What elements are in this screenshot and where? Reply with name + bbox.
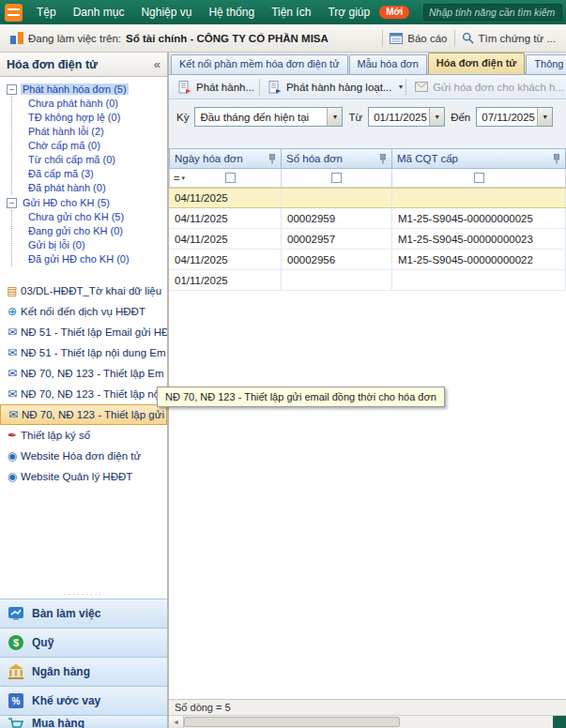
invoice-tree: − Phát hành hóa đơn (5) Chưa phát hành (… (0, 77, 167, 266)
grid-cell-cqt[interactable] (392, 270, 566, 290)
tree-item[interactable]: TĐ không hợp lệ (0) (28, 111, 167, 125)
feature-search-input[interactable] (423, 4, 562, 21)
grid-cell-number[interactable]: 00002957 (282, 229, 392, 249)
grid-cell-number[interactable] (282, 270, 392, 290)
filter-checkbox[interactable] (474, 173, 484, 183)
tree-item-phat-hanh[interactable]: − Phát hành hóa đơn (5) (7, 82, 167, 97)
grid-cell-date[interactable]: 01/11/2025 (169, 270, 282, 290)
pin-icon[interactable] (268, 154, 276, 164)
grid-cell-cqt[interactable]: M1-25-S9045-00000000022 (392, 250, 566, 269)
calendar-dropdown-icon[interactable]: ▼ (429, 108, 444, 126)
nav-item-mua-hang[interactable]: Mua hàng (0, 715, 167, 728)
tree-item-gui-hd[interactable]: − Gửi HĐ cho KH (5) (7, 195, 167, 210)
grid-row[interactable]: 01/11/2025 (169, 270, 566, 291)
grid-cell-date[interactable]: 04/11/2025 (169, 208, 282, 228)
tree-item[interactable]: Phát hành lỗi (2) (28, 125, 167, 139)
to-label: Đến (451, 112, 470, 123)
misa-logo-icon[interactable] (5, 4, 23, 22)
grid-cell-cqt[interactable]: M1-25-S9045-00000000023 (392, 229, 566, 249)
grid-row[interactable]: 04/11/2025 00002956 M1-25-S9045-00000000… (169, 250, 566, 270)
menu-he-thong[interactable]: Hệ thống (200, 0, 263, 24)
column-header-so-hoa-don[interactable]: Số hóa đơn (282, 148, 392, 169)
grid-cell-cqt[interactable]: M1-25-S9045-00000000025 (392, 208, 566, 228)
grid-cell-cqt[interactable] (392, 189, 566, 207)
dropdown-arrow-icon[interactable]: ▼ (327, 108, 342, 126)
operator-dropdown-icon[interactable]: ▾ (181, 174, 185, 182)
grid-cell-number[interactable] (282, 189, 392, 207)
grid-cell-date[interactable]: 04/11/2025 (169, 189, 282, 207)
tree-item[interactable]: Chưa gửi cho KH (5) (28, 210, 167, 224)
report-button[interactable]: Báo cáo (383, 28, 453, 49)
nav-item-khe-uoc-vay[interactable]: % Khế ước vay (0, 686, 167, 715)
invoice-toolbar: Phát hành... Phát hành hàng loạt... ▼ Gử… (169, 75, 566, 99)
working-on-selector[interactable]: Đang làm việc trên: Sổ tài chính - CÔNG … (4, 28, 335, 49)
grid-row[interactable]: 04/11/2025 (169, 188, 566, 208)
tree-item[interactable]: Đã phát hành (0) (28, 181, 167, 195)
tree-expander-icon[interactable]: − (7, 198, 17, 208)
send-invoice-button[interactable]: Gửi hóa đơn cho khách h... (408, 79, 563, 96)
publish-batch-dropdown-icon[interactable]: ▼ (397, 83, 404, 90)
from-date-input[interactable]: 01/11/2025 ▼ (368, 107, 445, 127)
tab-ket-noi-phan-mem[interactable]: Kết nối phần mềm hóa đơn điện tử (171, 54, 348, 74)
collapse-sidebar-button[interactable]: « (154, 57, 161, 71)
grid-cell-number[interactable]: 00002959 (282, 208, 392, 228)
tree-item[interactable]: Từ chối cấp mã (0) (28, 153, 167, 167)
report-label: Báo cáo (407, 33, 447, 44)
tree-item[interactable]: Đang gửi cho KH (0) (28, 224, 167, 238)
grid-cell-date[interactable]: 04/11/2025 (169, 229, 282, 249)
menu-tro-giup[interactable]: Trợ giúp (319, 0, 378, 24)
tab-hoa-don-dien-tu[interactable]: Hóa đơn điện tử (428, 53, 525, 74)
grid-cell-date[interactable]: 04/11/2025 (169, 250, 282, 269)
filter-cell-cqt[interactable] (392, 169, 566, 188)
sidebar-link-website-quan-ly[interactable]: ◉ Website Quản lý HĐĐT (0, 466, 167, 487)
menu-nghiep-vu[interactable]: Nghiệp vụ (132, 0, 200, 24)
filter-cell-date[interactable]: =▾ (169, 169, 282, 188)
scrollbar-thumb[interactable] (184, 717, 400, 727)
splitter-grip[interactable]: ········· (0, 589, 167, 599)
grid-cell-number[interactable]: 00002956 (282, 250, 392, 269)
sidebar-link-nd51-email[interactable]: ✉ NĐ 51 - Thiết lập Email gửi HĐ (0, 322, 167, 342)
menu-tien-ich[interactable]: Tiện ích (263, 0, 319, 24)
tree-item[interactable]: Đã gửi HĐ cho KH (0) (28, 252, 167, 266)
filter-cell-number[interactable] (282, 169, 392, 188)
grid-row[interactable]: 04/11/2025 00002957 M1-25-S9045-00000000… (169, 229, 566, 250)
sidebar-link-to-khai[interactable]: ▤ 03/DL-HĐĐT_Tờ khai dữ liệu (0, 281, 167, 301)
sidebar-link-ket-noi[interactable]: ⊕ Kết nối đến dịch vụ HĐĐT (0, 301, 167, 322)
pin-icon[interactable] (553, 154, 560, 164)
column-header-ma-cqt[interactable]: Mã CQT cấp (392, 148, 566, 169)
sidebar-link-nd70-noi-dung[interactable]: ✉ NĐ 70, NĐ 123 - Thiết lập nội (0, 384, 167, 404)
publish-invoice-icon (178, 81, 191, 94)
sidebar-link-nd70-gui-email[interactable]: ✉ NĐ 70, NĐ 123 - Thiết lập gửi (0, 404, 167, 425)
tab-thong-bao[interactable]: Thông bá (526, 54, 566, 74)
sidebar-link-nd51-noi-dung[interactable]: ✉ NĐ 51 - Thiết lập nội dung Em (0, 342, 167, 363)
filter-checkbox[interactable] (331, 173, 342, 183)
pin-icon[interactable] (379, 154, 387, 164)
nav-item-ban-lam-viec[interactable]: Bàn làm việc (0, 599, 167, 628)
main-menubar: Tệp Danh mục Nghiệp vụ Hệ thống Tiện ích… (0, 0, 566, 24)
tree-item[interactable]: Đã cấp mã (3) (28, 167, 167, 181)
menu-danh-muc[interactable]: Danh mục (65, 0, 133, 24)
scroll-left-arrow[interactable]: ◄ (169, 716, 184, 728)
sidebar-link-nd70-email[interactable]: ✉ NĐ 70, NĐ 123 - Thiết lập Em (0, 363, 167, 384)
nav-item-ngan-hang[interactable]: Ngân hàng (0, 657, 167, 686)
find-voucher-button[interactable]: Tìm chứng từ ... (455, 28, 563, 49)
tree-item[interactable]: Chờ cấp mã (0) (28, 139, 167, 153)
grid-row[interactable]: 04/11/2025 00002959 M1-25-S9045-00000000… (169, 208, 566, 229)
horizontal-scrollbar[interactable]: ◄ (169, 715, 566, 728)
period-select[interactable]: Đầu tháng đến hiện tại ▼ (194, 107, 343, 127)
filter-operator[interactable]: =▾ (174, 173, 185, 184)
sidebar-link-website-hddt[interactable]: ◉ Website Hóa đơn điện tử (0, 446, 167, 466)
to-date-input[interactable]: 07/11/2025 ▼ (476, 107, 553, 127)
publish-batch-button[interactable]: Phát hành hàng loạt... ▼ (262, 78, 404, 97)
tree-item[interactable]: Chưa phát hành (0) (28, 97, 167, 111)
calendar-dropdown-icon[interactable]: ▼ (537, 108, 552, 126)
publish-button[interactable]: Phát hành... (172, 78, 257, 97)
filter-checkbox[interactable] (225, 173, 236, 183)
menu-tep[interactable]: Tệp (28, 0, 65, 24)
tree-expander-icon[interactable]: − (7, 84, 17, 95)
nav-item-quy[interactable]: $ Quỹ (0, 628, 167, 657)
tree-item[interactable]: Gửi bị lỗi (0) (28, 238, 167, 252)
tab-mau-hoa-don[interactable]: Mẫu hóa đơn (349, 54, 427, 74)
sidebar-link-ky-so[interactable]: ✒ Thiết lập ký số (0, 425, 167, 446)
column-header-ngay-hoa-don[interactable]: Ngày hóa đơn (169, 148, 282, 169)
